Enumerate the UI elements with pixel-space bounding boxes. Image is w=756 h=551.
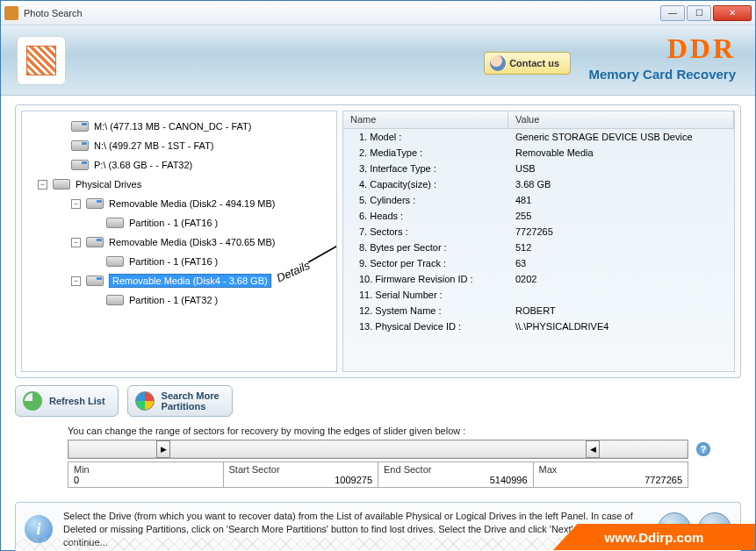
property-row[interactable]: 12. System Name :ROBERT: [343, 303, 734, 318]
refresh-list-button[interactable]: Refresh List: [15, 385, 119, 417]
collapse-icon[interactable]: −: [71, 276, 81, 286]
drive-tree[interactable]: M:\ (477.13 MB - CANON_DC - FAT) N:\ (49…: [21, 111, 337, 372]
window: Photo Search — ☐ ✕ Contact us DDR Memory…: [0, 0, 756, 551]
partition-icon: [106, 295, 124, 305]
sector-slider-section: You can change the range of sectors for …: [15, 426, 741, 488]
banner: Contact us DDR Memory Card Recovery: [1, 25, 755, 96]
window-title: Photo Search: [24, 8, 660, 18]
property-name: 2. MediaType :: [343, 147, 508, 158]
sector-values-row: Min0 Start Sector1009275 End Sector51409…: [68, 462, 688, 488]
titlebar: Photo Search — ☐ ✕: [1, 1, 755, 25]
property-row[interactable]: 11. Serial Number :: [343, 287, 734, 303]
property-row[interactable]: 5. Cylinders :481: [343, 192, 734, 208]
properties-table: Name Value 1. Model :Generic STORAGE DEV…: [342, 111, 735, 372]
brand-subtitle: Memory Card Recovery: [588, 67, 736, 82]
tree-item-partition[interactable]: Partition - 1 (FAT16 ): [25, 252, 333, 271]
partition-icon: [106, 218, 124, 228]
tree-item-logical-drive[interactable]: M:\ (477.13 MB - CANON_DC - FAT): [25, 117, 333, 136]
tree-item-partition[interactable]: Partition - 1 (FAT32 ): [25, 290, 333, 310]
property-name: 13. Physical Device ID :: [343, 321, 508, 332]
sector-slider[interactable]: ▶ ◀ ?: [68, 440, 688, 459]
contact-us-button[interactable]: Contact us: [484, 52, 571, 75]
slider-handle-end[interactable]: ◀: [586, 440, 600, 458]
property-name: 4. Capacity(size) :: [343, 179, 508, 190]
slider-instruction: You can change the range of sectors for …: [68, 426, 688, 436]
property-row[interactable]: 8. Bytes per Sector :512: [343, 240, 734, 255]
tree-item-removable-media[interactable]: −Removable Media (Disk2 - 494.19 MB): [25, 194, 333, 213]
refresh-label: Refresh List: [49, 396, 105, 406]
tree-item-removable-media[interactable]: −Removable Media (Disk3 - 470.65 MB): [25, 233, 333, 252]
property-name: 3. Interface Type :: [343, 163, 508, 174]
property-value: 481: [508, 195, 734, 205]
main-panel: M:\ (477.13 MB - CANON_DC - FAT) N:\ (49…: [15, 104, 741, 378]
property-value: 63: [508, 258, 734, 268]
collapse-icon[interactable]: −: [71, 199, 81, 209]
tree-item-physical-drives[interactable]: −Physical Drives: [25, 175, 333, 194]
drive-icon: [71, 121, 89, 132]
search-more-l2: Partitions: [162, 401, 206, 411]
app-icon: [4, 6, 18, 20]
minimize-button[interactable]: —: [660, 5, 685, 21]
tree-item-partition[interactable]: Partition - 1 (FAT16 ): [25, 213, 333, 233]
property-value: 7727265: [508, 226, 734, 237]
drive-icon: [71, 160, 89, 170]
tree-item-removable-media-selected[interactable]: −Removable Media (Disk4 - 3.68 GB): [25, 271, 333, 290]
collapse-icon[interactable]: −: [38, 180, 47, 190]
property-row[interactable]: 3. Interface Type :USB: [343, 161, 734, 176]
property-value: 3.68 GB: [508, 179, 734, 190]
property-row[interactable]: 10. Firmware Revision ID :0202: [343, 271, 734, 287]
property-value: USB: [508, 163, 734, 174]
property-name: 10. Firmware Revision ID :: [343, 274, 508, 284]
removable-icon: [86, 276, 104, 286]
help-icon[interactable]: ?: [696, 442, 710, 456]
refresh-icon: [23, 391, 42, 411]
property-value: ROBERT: [508, 305, 734, 316]
property-row[interactable]: 1. Model :Generic STORAGE DEVICE USB Dev…: [343, 129, 734, 145]
brand-block: DDR Memory Card Recovery: [588, 32, 736, 82]
property-row[interactable]: 4. Capacity(size) :3.68 GB: [343, 176, 734, 192]
property-name: 11. Serial Number :: [343, 290, 508, 300]
property-value: 255: [508, 211, 734, 221]
properties-header: Name Value: [343, 111, 734, 129]
close-button[interactable]: ✕: [713, 5, 752, 21]
property-name: 8. Bytes per Sector :: [343, 242, 508, 253]
product-logo: [17, 36, 66, 85]
property-value: Removable Media: [508, 147, 734, 158]
search-more-l1: Search More: [162, 390, 220, 401]
property-value: 0202: [508, 274, 734, 284]
properties-body[interactable]: 1. Model :Generic STORAGE DEVICE USB Dev…: [343, 129, 734, 371]
tree-item-logical-drive[interactable]: P:\ (3.68 GB - - FAT32): [25, 155, 333, 175]
min-cell: Min0: [68, 462, 224, 487]
property-row[interactable]: 7. Sectors :7727265: [343, 224, 734, 240]
drive-icon: [71, 140, 89, 151]
maximize-button[interactable]: ☐: [687, 5, 711, 21]
property-row[interactable]: 13. Physical Device ID :\\.\PHYSICALDRIV…: [343, 318, 734, 334]
property-row[interactable]: 9. Sector per Track :63: [343, 255, 734, 271]
end-sector-cell: End Sector5140996: [378, 462, 534, 487]
start-sector-cell: Start Sector1009275: [224, 462, 379, 487]
slider-handle-start[interactable]: ▶: [156, 440, 170, 458]
tree-item-logical-drive[interactable]: N:\ (499.27 MB - 1ST - FAT): [25, 136, 333, 155]
drives-group-icon: [53, 179, 70, 190]
property-row[interactable]: 2. MediaType :Removable Media: [343, 145, 734, 161]
property-name: 1. Model :: [343, 132, 508, 142]
max-cell: Max7727265: [534, 462, 688, 487]
removable-icon: [86, 198, 104, 209]
property-name: 12. System Name :: [343, 305, 508, 316]
brand-name: DDR: [588, 32, 736, 65]
column-header-value[interactable]: Value: [508, 111, 734, 128]
search-more-partitions-button[interactable]: Search MorePartitions: [127, 385, 233, 417]
content-area: M:\ (477.13 MB - CANON_DC - FAT) N:\ (49…: [1, 96, 755, 491]
property-row[interactable]: 6. Heads :255: [343, 208, 734, 224]
contact-label: Contact us: [509, 58, 559, 68]
property-name: 5. Cylinders :: [343, 195, 508, 205]
column-header-name[interactable]: Name: [343, 111, 508, 128]
property-value: 512: [508, 242, 734, 253]
action-bar: Refresh List Search MorePartitions: [15, 385, 741, 417]
property-name: 6. Heads :: [343, 211, 508, 221]
partition-icon: [106, 256, 124, 267]
person-icon: [490, 55, 506, 71]
pie-icon: [135, 391, 155, 411]
property-name: 7. Sectors :: [343, 226, 508, 237]
collapse-icon[interactable]: −: [71, 238, 81, 247]
